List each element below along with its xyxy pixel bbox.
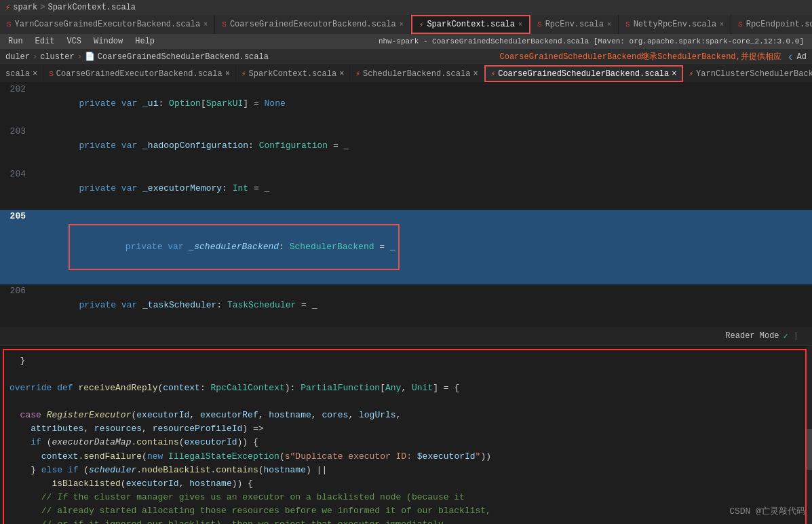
code-line-else-if: } else if (scheduler.nodeBlacklist.conta…: [9, 464, 800, 477]
scala-icon: S: [537, 20, 542, 29]
scala-icon: S: [738, 20, 743, 29]
tab-rpc-env[interactable]: S RpcEnv.scala ×: [530, 15, 619, 34]
code-line-205: 205 private var _schedulerBackend: Sched…: [0, 210, 812, 284]
breadcrumb-bar: duler › cluster › 📄CoarseGrainedSchedule…: [0, 49, 812, 65]
tab-close-icon[interactable]: ×: [225, 69, 230, 79]
tab-close-icon[interactable]: ×: [672, 69, 676, 79]
breadcrumb-file[interactable]: 📄CoarseGrainedSchedulerBackend.scala: [85, 52, 269, 62]
reader-mode-divider: |: [794, 331, 798, 341]
code-line-202: 202 private var _ui: Option[SparkUI] = N…: [0, 83, 812, 125]
file-icon: 📄: [85, 52, 95, 62]
scala-icon: S: [49, 70, 54, 78]
line-content: private var _taskScheduler: TaskSchedule…: [34, 284, 812, 326]
tab-coarse-backend[interactable]: S CoarseGrainedExecutorBackend.scala ×: [215, 15, 410, 34]
tab-close-icon[interactable]: ×: [607, 21, 611, 29]
line-number: 202: [0, 83, 34, 125]
code-line-is-blacklisted: isBlacklisted(executorId, hostname)) {: [9, 477, 800, 491]
line-number: 206: [0, 284, 34, 326]
code-line-close: }: [9, 354, 800, 368]
code-line-comment2: // already started allocating those reso…: [9, 504, 800, 518]
highlighted-code-block: } override def receiveAndReply(context: …: [3, 349, 807, 524]
tab-label: NettyRpcEnv.scala: [634, 20, 716, 29]
tab-close-icon[interactable]: ×: [473, 69, 478, 79]
spark-file-icon: ⚡: [419, 20, 424, 29]
tab2-label: YarnClusterSchedulerBackend.scala: [696, 69, 812, 79]
csdn-watermark: CSDN @亡灵敲代码: [729, 505, 805, 517]
breadcrumb-cluster[interactable]: cluster: [40, 52, 74, 62]
tab-close-icon[interactable]: ×: [204, 21, 208, 29]
tab2-label: SchedulerBackend.scala: [363, 69, 470, 79]
code-line-comment1: // If the cluster manager gives us an ex…: [9, 491, 800, 504]
code-lines-in-box: } override def receiveAndReply(context: …: [9, 354, 800, 524]
code-line-206: 206 private var _taskScheduler: TaskSche…: [0, 284, 812, 326]
tab-close-icon[interactable]: ×: [518, 21, 522, 29]
breadcrumb-duler[interactable]: duler: [5, 52, 30, 62]
tab-close-icon[interactable]: ×: [33, 69, 37, 79]
menu-bar: Run Edit VCS Window Help nhw-spark - Coa…: [0, 34, 812, 49]
editor-tabs-second: scala × S CoarseGrainedExecutorBackend.s…: [0, 65, 812, 83]
tab2-coarse-executor[interactable]: S CoarseGrainedExecutorBackend.scala ×: [43, 65, 236, 82]
reader-mode-bar: Reader Mode ✓ |: [0, 327, 812, 346]
title-spark: spark: [13, 3, 37, 12]
menu-status: nhw-spark - CoarseGrainedSchedulerBacken…: [379, 37, 809, 45]
reader-mode-label[interactable]: Reader Mode: [725, 331, 779, 341]
reader-mode-icon: ✓: [784, 331, 788, 341]
spark-icon: ⚡: [355, 69, 360, 78]
code-line-override: override def receiveAndReply(context: Rp…: [9, 381, 800, 395]
scala-icon: S: [625, 20, 630, 29]
code-line-attrs: attributes, resources, resourceProfileId…: [9, 422, 800, 436]
line-content: private var _ui: Option[SparkUI] = None: [34, 83, 812, 125]
tab2-label: CoarseGrainedSchedulerBackend.scala: [498, 69, 669, 79]
title-bar: ⚡ spark > SparkContext.scala: [0, 0, 812, 15]
menu-help[interactable]: Help: [130, 34, 160, 49]
editor-tabs-top: S YarnCoarseGrainedExecutorBackend.scala…: [0, 15, 812, 34]
breadcrumb-sep2: ›: [77, 52, 82, 62]
annotation-text: CoarseGrainedSchedulerBackend继承Scheduler…: [500, 51, 781, 62]
tab-close-icon[interactable]: ×: [400, 21, 404, 29]
tab2-spark-context[interactable]: ⚡ SparkContext.scala ×: [236, 65, 350, 82]
spark-icon: ⚡: [5, 3, 10, 13]
title-separator: >: [40, 3, 45, 12]
tab2-scheduler-backend[interactable]: ⚡ SchedulerBackend.scala ×: [350, 65, 484, 82]
breadcrumb-sep: ›: [33, 52, 37, 62]
tab2-label: SparkContext.scala: [249, 69, 337, 79]
spark-icon: ⚡: [491, 69, 496, 78]
tab-netty-rpc[interactable]: S NettyRpcEnv.scala ×: [619, 15, 731, 34]
scrollbar[interactable]: [807, 346, 812, 524]
code-line-comment3: // or if it ignored our blacklist), then…: [9, 518, 800, 524]
line-number: 203: [0, 125, 34, 167]
tab-close-icon[interactable]: ×: [339, 69, 344, 79]
tab2-coarse-scheduler[interactable]: ⚡ CoarseGrainedSchedulerBackend.scala ×: [484, 65, 684, 82]
menu-vcs[interactable]: VCS: [61, 34, 87, 49]
code-line-if: if (executorDataMap.contains(executorId)…: [9, 436, 800, 449]
tab-spark-context[interactable]: ⚡ SparkContext.scala ×: [411, 15, 530, 34]
tab2-scala[interactable]: scala ×: [0, 65, 43, 82]
tab-label: YarnCoarseGrainedExecutorBackend.scala: [15, 20, 201, 29]
tab-rpc-endpoint[interactable]: S RpcEndpoint.scala ×: [731, 15, 812, 34]
scala-icon: S: [7, 20, 12, 29]
line-content: private var _executorMemory: Int = _: [34, 168, 812, 210]
tab-yarn-backend[interactable]: S YarnCoarseGrainedExecutorBackend.scala…: [0, 15, 215, 34]
nav-label: Ad: [797, 52, 807, 62]
code-line-203: 203 private var _hadoopConfiguration: Co…: [0, 125, 812, 167]
spark-icon: ⚡: [241, 69, 246, 78]
tab-label: RpcEnv.scala: [545, 20, 604, 29]
tab2-label: scala: [5, 69, 30, 79]
nav-arrow-icon[interactable]: ‹: [787, 50, 794, 64]
tab-close-icon[interactable]: ×: [720, 21, 724, 29]
menu-run[interactable]: Run: [3, 34, 28, 49]
menu-window[interactable]: Window: [88, 34, 128, 49]
code-line-empty: [9, 368, 800, 381]
main-code-area: } override def receiveAndReply(context: …: [0, 346, 812, 524]
tab-label: SparkContext.scala: [427, 20, 515, 29]
code-line-send-fail: context.sendFailure(new IllegalStateExce…: [9, 450, 800, 464]
line-content: private var _schedulerBackend: Scheduler…: [34, 210, 812, 284]
menu-edit[interactable]: Edit: [30, 34, 60, 49]
line-number: 204: [0, 168, 34, 210]
code-line-case: case RegisterExecutor(executorId, execut…: [9, 409, 800, 422]
spark-context-section: 202 private var _ui: Option[SparkUI] = N…: [0, 83, 812, 327]
tab2-yarn-cluster[interactable]: ⚡ YarnClusterSchedulerBackend.scala ×: [683, 65, 812, 82]
scrollbar-thumb[interactable]: [807, 429, 812, 470]
tab2-label: CoarseGrainedExecutorBackend.scala: [56, 69, 223, 79]
code-line-empty2: [9, 395, 800, 409]
